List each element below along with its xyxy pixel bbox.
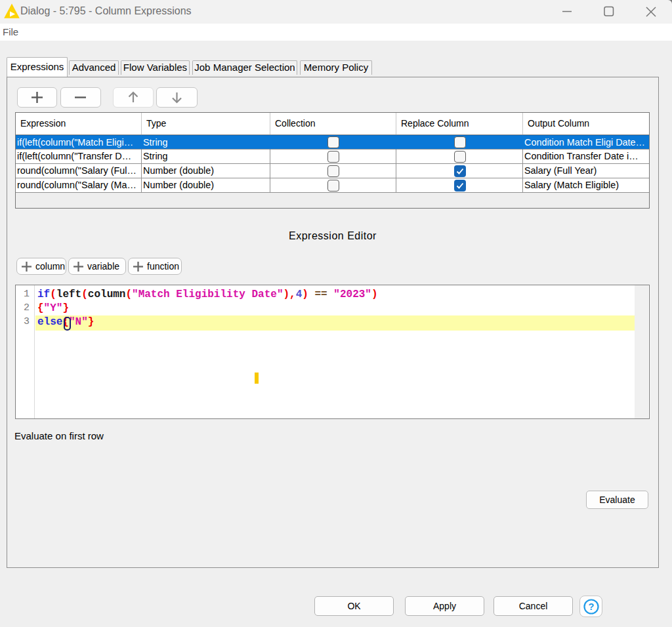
svg-text:?: ?	[589, 601, 595, 612]
